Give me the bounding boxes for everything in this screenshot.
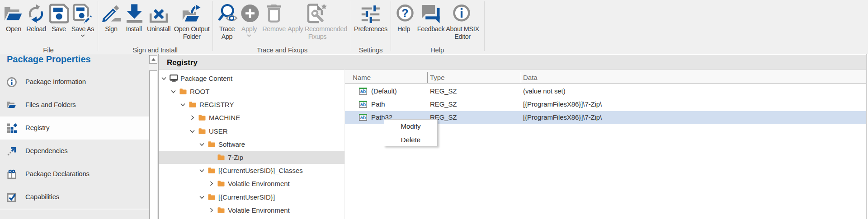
svg-text:ab: ab (360, 102, 366, 107)
svg-text:?: ? (401, 7, 408, 19)
svg-text:ab: ab (360, 89, 366, 94)
svg-text:ab: ab (360, 115, 366, 120)
